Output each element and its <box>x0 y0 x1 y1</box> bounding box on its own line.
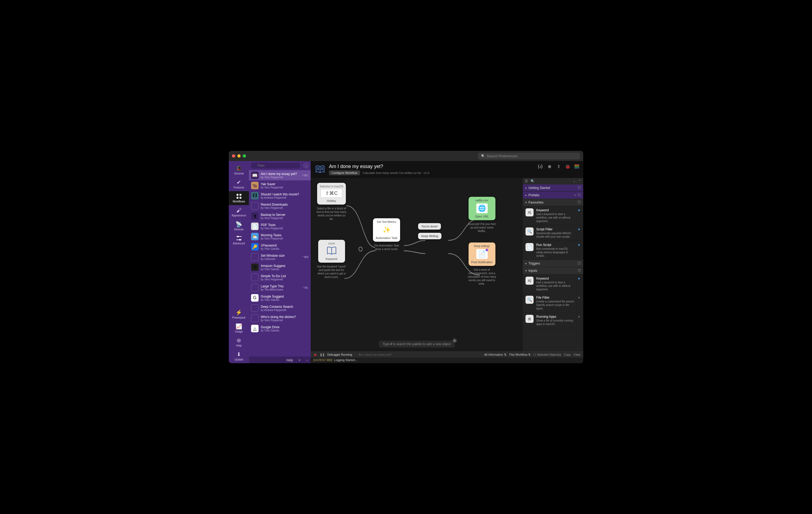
export-button[interactable]: ⇪ <box>556 164 561 169</box>
section-inputs[interactable]: ▾Inputs❐ <box>523 267 583 274</box>
window-icon[interactable]: ❐ <box>578 200 581 204</box>
expand-icon[interactable]: ⌃ <box>578 179 581 183</box>
hotkey-caption: Selection in macOS <box>320 185 343 188</box>
node-hotkey[interactable]: Selection in macOS ⇧⌘C Hotkey Select a f… <box>316 183 347 221</box>
star-icon[interactable]: ★ <box>578 208 581 223</box>
remove-workflow-button[interactable]: − <box>303 357 311 363</box>
workflow-item[interactable]: ⛅Morning Tasksby Vero Pepperrell <box>249 232 311 242</box>
workflow-item[interactable]: 📖Am I done my essay yet?by Vero Pepperre… <box>249 170 311 180</box>
nav-features[interactable]: ✔Features <box>229 177 249 191</box>
node-done[interactable]: You're done! <box>418 223 441 229</box>
star-icon[interactable]: ★ <box>578 315 581 326</box>
nav-advanced[interactable]: Advanced <box>229 233 249 247</box>
workflow-item[interactable]: △Google Driveby Vítor Galvão <box>249 323 311 334</box>
svg-rect-3 <box>239 197 241 199</box>
selected-checkbox[interactable]: ☐ Selected Object(s) <box>533 353 561 356</box>
traffic-lights <box>232 154 246 158</box>
clear-button[interactable]: Clear <box>574 353 581 356</box>
workflow-item[interactable]: 🔑1Passwordby Vítor Galvão <box>249 242 311 252</box>
panel-item[interactable]: 📄 Run Script Run commands in macOS, usin… <box>523 241 583 260</box>
filter-row: ⊖ <box>249 161 311 170</box>
nav-usage[interactable]: 📈Usage <box>229 321 249 335</box>
workflow-item[interactable]: 🐂Yak Saverby Vero Pepperrell <box>249 180 311 191</box>
workflow-item[interactable]: Set Window sizeby Unknown⌃⌘R <box>249 252 311 262</box>
panel-item[interactable]: 🔍 File Filter Create a customised file s… <box>523 294 583 313</box>
workflow-item[interactable]: Simple To-Do Listby Vero Pepperrell <box>249 272 311 282</box>
help-button[interactable]: Help <box>283 357 296 363</box>
window-icon[interactable]: ❐ <box>578 186 581 190</box>
workflow-item[interactable]: GGoogle Suggestby Vítor Galvão <box>249 293 311 303</box>
section-prefabs[interactable]: ▸Prefabs+❐ <box>523 192 583 199</box>
section-favourites[interactable]: ▾Favourites❐ <box>523 199 583 206</box>
workflow-item-author: by Andrew Pepperrell <box>261 308 309 312</box>
nav-workflows[interactable]: Workflows <box>229 191 249 205</box>
workflow-item[interactable]: Recent Downloadsby Vero Pepperrell <box>249 201 311 211</box>
nav-remote[interactable]: 📡Remote <box>229 219 249 233</box>
plus-icon[interactable]: + <box>574 193 576 197</box>
workflow-item-author: by Vero Pepperrell <box>261 217 309 220</box>
node-keep-writing[interactable]: Keep Writing <box>418 233 441 239</box>
debug-status: Debugger Running <box>327 353 352 356</box>
workflow-item-author: by Vero Pepperrell <box>261 207 309 210</box>
list-icon[interactable]: ☰ <box>525 179 528 183</box>
section-getting-started[interactable]: ▸Getting Started❐ <box>523 184 583 192</box>
star-icon[interactable]: ★ <box>578 227 581 239</box>
search-icon[interactable]: 🔍 <box>530 179 534 183</box>
filter-clear-button[interactable]: ⊖ <box>304 163 309 168</box>
nav-general[interactable]: 🎩General <box>229 163 249 177</box>
panel-item[interactable]: ⊞ Running Apps Show a list of currently … <box>523 313 583 328</box>
workflow-item[interactable]: Deep Contacts Searchby Andrew Pepperrell <box>249 303 311 313</box>
workflow-item[interactable]: 🎞Should I watch this movie?by Andrew Pep… <box>249 191 311 201</box>
window-icon[interactable]: ❐ <box>578 262 581 265</box>
nav-update[interactable]: ⬇Update <box>229 349 249 363</box>
add-workflow-button[interactable]: + <box>296 357 303 363</box>
search-preferences-input[interactable]: Search Preferences <box>478 153 580 159</box>
node-open-url[interactable]: netflix.com 🌐 Open URL Good job! Put you… <box>466 197 497 233</box>
collapse-icon[interactable]: ⌄ <box>573 179 576 183</box>
remote-icon: 📡 <box>235 221 243 227</box>
maximize-button[interactable] <box>243 154 246 158</box>
bug-icon[interactable]: 🐞 <box>313 353 317 356</box>
notification-icon: 📄 <box>476 249 488 259</box>
panel-item[interactable]: 🔍 Script Filter Dynamically populate Alf… <box>523 225 583 241</box>
panel-item[interactable]: A| Keyword Use a keyword to start a work… <box>523 206 583 225</box>
copy-button[interactable]: Copy <box>564 353 571 356</box>
workflow-item-author: by Unknown <box>261 258 300 261</box>
variables-button[interactable]: {𝑥} <box>538 164 543 169</box>
node-keyword[interactable]: count Keyword Use the keyword "count" an… <box>316 240 347 279</box>
configure-workflow-button[interactable]: Configure Workflow <box>329 170 360 175</box>
workflow-item[interactable]: ⓐAmazon Suggestby Vítor Galvão <box>249 262 311 272</box>
window-icon[interactable]: ❐ <box>578 193 581 197</box>
pause-button[interactable]: ❚❚ <box>320 353 325 356</box>
debug-workflow: Am I done my essay yet? <box>358 353 392 356</box>
star-icon[interactable]: ★ <box>578 277 581 291</box>
filter-input[interactable] <box>251 163 300 168</box>
star-icon[interactable]: ★ <box>578 243 581 258</box>
node-automation[interactable]: Get Text Metrics ✨ Automation Task The A… <box>371 218 402 251</box>
workflow-item[interactable]: Large Type Thisby The Alfred team⌃⌘L <box>249 282 311 293</box>
nav-help[interactable]: ⊛Help <box>229 335 249 349</box>
automation-label: Automation Task <box>376 236 398 240</box>
minimize-button[interactable] <box>237 154 240 158</box>
nav-powerpack[interactable]: ⚡Powerpack <box>229 307 249 321</box>
workflow-item[interactable]: ⬆Backup to Serverby Vero Pepperrell <box>249 211 311 221</box>
debug-button[interactable]: 🐞 <box>565 164 570 169</box>
workflow-item[interactable]: 📄PDF Toolsby Vero Pepperrell <box>249 221 311 232</box>
info-select[interactable]: All Information ⇅ <box>484 353 506 356</box>
add-object-button[interactable]: ⊕ <box>547 164 552 169</box>
node-post-notification[interactable]: Keep writing! 📄 Post Notification Get a … <box>466 242 497 286</box>
menu-button[interactable] <box>574 164 579 169</box>
scope-select[interactable]: This Workflow ⇅ <box>509 353 531 356</box>
panel-item[interactable]: A| Keyword Use a keyword to start a work… <box>523 274 583 294</box>
globe-icon: 🌐 <box>476 204 488 213</box>
palette-search[interactable]: Type / to search the palette to add a ne… <box>379 341 455 348</box>
window-icon[interactable]: ❐ <box>578 269 581 273</box>
workflow-items: 📖Am I done my essay yet?by Vero Pepperre… <box>249 170 311 357</box>
nav-appearance[interactable]: 🖌Appearance <box>229 205 249 219</box>
palette-close-button[interactable]: ✕ <box>453 339 457 343</box>
workflow-item[interactable]: Who's doing the dishes?by Vero Pepperrel… <box>249 313 311 323</box>
close-button[interactable] <box>232 154 235 158</box>
canvas[interactable]: Selection in macOS ⇧⌘C Hotkey Select a f… <box>311 178 523 351</box>
star-icon[interactable]: ★ <box>578 296 581 310</box>
section-triggers[interactable]: ▸Triggers❐ <box>523 260 583 267</box>
